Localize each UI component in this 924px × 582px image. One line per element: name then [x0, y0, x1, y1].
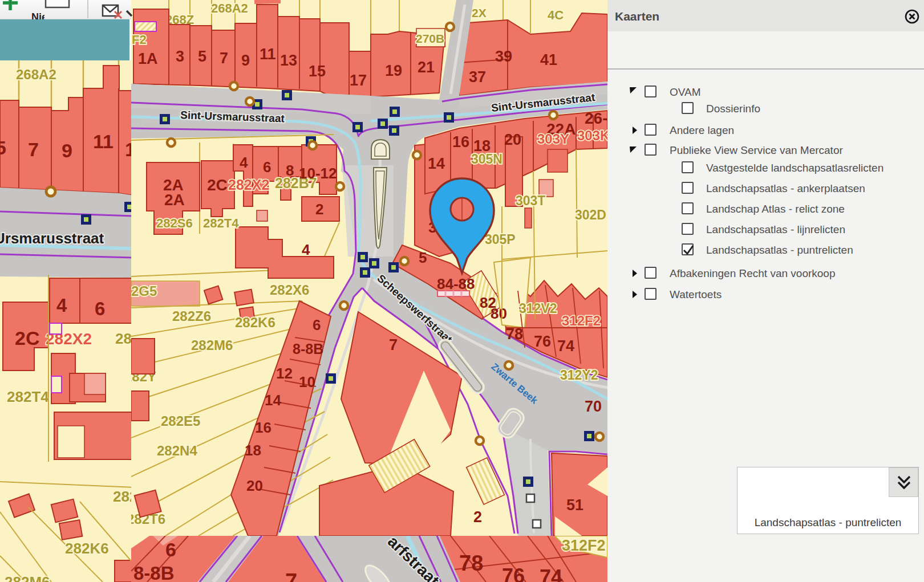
svg-text:5: 5	[198, 48, 206, 65]
svg-text:282S6: 282S6	[156, 216, 193, 230]
svg-text:282M6: 282M6	[191, 337, 233, 353]
svg-text:11: 11	[260, 46, 276, 63]
svg-text:303Y: 303Y	[537, 131, 569, 146]
svg-text:2: 2	[315, 201, 323, 218]
svg-text:4: 4	[56, 295, 67, 316]
svg-text:268A2: 268A2	[211, 1, 248, 15]
svg-text:7: 7	[285, 569, 297, 582]
svg-text:70: 70	[585, 398, 602, 415]
svg-text:2G5: 2G5	[131, 283, 157, 299]
svg-text:3: 3	[176, 48, 184, 65]
svg-text:74: 74	[540, 565, 562, 582]
svg-text:37: 37	[469, 68, 486, 86]
svg-text:8-8B: 8-8B	[133, 563, 175, 582]
svg-text:76: 76	[534, 333, 551, 350]
svg-text:9: 9	[62, 140, 72, 161]
svg-text:14: 14	[428, 155, 445, 172]
svg-text:6: 6	[165, 539, 176, 560]
svg-text:6: 6	[95, 298, 105, 319]
svg-text:41: 41	[540, 51, 557, 68]
svg-text:51: 51	[566, 496, 583, 514]
svg-text:312Y2: 312Y2	[560, 368, 598, 382]
svg-text:7: 7	[389, 336, 398, 353]
svg-text:6: 6	[313, 316, 321, 333]
svg-text:282T4: 282T4	[203, 216, 239, 230]
svg-text:2X: 2X	[472, 6, 487, 19]
svg-text:305N: 305N	[471, 152, 502, 166]
svg-text:10: 10	[299, 373, 315, 390]
svg-text:2C: 2C	[207, 176, 228, 194]
svg-text:312F2: 312F2	[562, 313, 601, 328]
svg-text:282K6: 282K6	[65, 540, 109, 557]
svg-text:16: 16	[255, 419, 271, 436]
svg-text:312F2: 312F2	[562, 537, 606, 554]
svg-text:84-88: 84-88	[437, 275, 475, 292]
svg-text:303T: 303T	[516, 193, 545, 208]
svg-text:282X2: 282X2	[228, 177, 269, 193]
svg-text:282N4: 282N4	[157, 443, 197, 458]
svg-text:4: 4	[302, 241, 310, 258]
svg-text:19: 19	[385, 62, 402, 79]
svg-text:8-8B: 8-8B	[293, 341, 323, 357]
svg-text:282Z6: 282Z6	[172, 308, 211, 324]
svg-text:14: 14	[265, 392, 281, 409]
svg-text:12: 12	[276, 365, 293, 382]
svg-text:305P: 305P	[485, 232, 516, 247]
svg-text:312V2: 312V2	[519, 301, 557, 316]
svg-text:10-12: 10-12	[299, 165, 337, 182]
svg-text:80: 80	[491, 305, 507, 322]
svg-text:4: 4	[240, 154, 248, 171]
svg-text:F2: F2	[132, 32, 147, 47]
svg-text:282M6: 282M6	[5, 573, 50, 582]
svg-text:5: 5	[0, 137, 6, 158]
svg-text:2: 2	[473, 508, 482, 526]
svg-text:2C: 2C	[15, 327, 39, 349]
svg-text:78: 78	[506, 325, 523, 343]
svg-text:2A: 2A	[164, 191, 185, 209]
svg-text:21: 21	[418, 59, 435, 76]
svg-text:17: 17	[350, 72, 367, 89]
svg-text:74: 74	[557, 337, 574, 355]
svg-text:8: 8	[286, 162, 294, 179]
svg-text:26-: 26-	[585, 109, 607, 127]
svg-text:15: 15	[309, 63, 326, 80]
svg-text:7: 7	[28, 139, 39, 160]
svg-text:282X6: 282X6	[270, 282, 309, 298]
svg-text:16: 16	[452, 133, 469, 150]
svg-text:20: 20	[504, 131, 521, 148]
svg-text:4C: 4C	[548, 8, 564, 22]
svg-text:282T4: 282T4	[7, 388, 49, 405]
svg-text:9: 9	[241, 52, 250, 69]
svg-text:39: 39	[495, 48, 512, 65]
svg-text:Nieuw: Nieuw	[31, 11, 62, 19]
svg-text:268A2: 268A2	[16, 67, 56, 82]
svg-text:282E5: 282E5	[161, 413, 200, 429]
svg-text:Ursmarusstraat: Ursmarusstraat	[0, 230, 104, 247]
svg-text:1A: 1A	[138, 50, 158, 67]
svg-text:270B: 270B	[416, 32, 444, 45]
svg-text:13: 13	[280, 52, 297, 69]
svg-text:78: 78	[459, 551, 483, 575]
svg-text:282K6: 282K6	[235, 315, 275, 330]
svg-text:6: 6	[263, 158, 271, 176]
svg-text:11: 11	[93, 131, 114, 152]
svg-text:303K: 303K	[577, 128, 607, 143]
svg-text:20: 20	[246, 477, 263, 494]
svg-text:18: 18	[245, 442, 261, 459]
svg-text:302D: 302D	[575, 207, 606, 222]
svg-text:76: 76	[502, 564, 525, 582]
svg-text:7: 7	[220, 50, 228, 67]
svg-text:5: 5	[419, 249, 427, 266]
